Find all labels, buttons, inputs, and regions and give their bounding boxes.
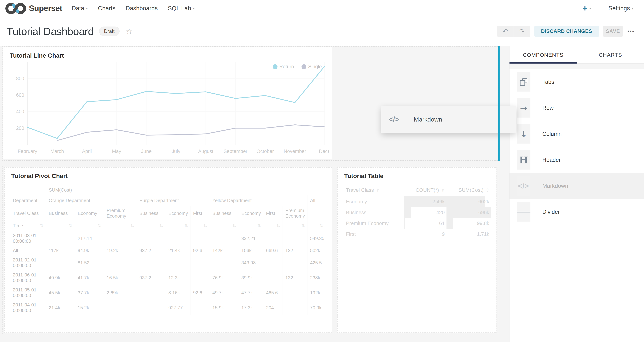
- table-chart-card[interactable]: Tutorial Table Travel Class⇕COUNT(*)⇕SUM…: [337, 168, 496, 333]
- sort-icon[interactable]: ⇅: [160, 223, 163, 228]
- pivot-cell: 17.3k: [239, 300, 264, 315]
- pivot-row-label: 2011-06-01 00:00:00: [10, 270, 46, 285]
- tab-components[interactable]: COMPONENTS: [510, 46, 577, 64]
- sidebar-item-inner: </>Markdown: [517, 176, 568, 196]
- sidebar-item-divider[interactable]: Divider: [510, 199, 644, 225]
- sort-icon[interactable]: ⇅: [98, 223, 102, 228]
- pivot-group-header: Purple Department: [137, 196, 210, 206]
- sort-icon[interactable]: ⇅: [68, 223, 72, 228]
- pivot-sort-cell: ⇅: [137, 221, 166, 231]
- sort-icon[interactable]: ⇕: [441, 188, 445, 193]
- pivot-sort-cell: ⇅: [75, 221, 104, 231]
- pivot-row-label: 2011-02-01 00:00:00: [10, 255, 46, 270]
- settings-menu[interactable]: Settings ▾: [608, 5, 634, 12]
- sidebar-item-header[interactable]: HHeader: [510, 147, 644, 173]
- pivot-sort-cell: ⇅: [239, 221, 264, 231]
- svg-text:June: June: [141, 148, 152, 154]
- table-column-header-travel-class[interactable]: Travel Class⇕: [344, 184, 404, 196]
- pivot-sort-cell: ⇅: [264, 221, 283, 231]
- save-button[interactable]: SAVE: [603, 26, 623, 37]
- pivot-column-header: Business: [46, 206, 75, 221]
- dashboard-row-2[interactable]: Tutorial Pivot Chart SUM(Cost)Department…: [2, 166, 498, 334]
- sidebar-item-column[interactable]: ↓Column: [510, 121, 644, 147]
- pivot-cell: 70.9k: [308, 300, 326, 315]
- sort-icon[interactable]: ⇅: [320, 223, 323, 228]
- pivot-cell: [190, 255, 210, 270]
- sidebar-item-row[interactable]: →Row: [510, 95, 644, 121]
- nav-item-data[interactable]: Data▾: [72, 5, 88, 12]
- pivot-cell: [264, 231, 283, 246]
- pivot-cell: 49.7k: [210, 285, 239, 300]
- nav-item-charts[interactable]: Charts: [98, 5, 115, 12]
- pivot-metric-header: SUM(Cost): [46, 185, 326, 196]
- tabs-icon: [517, 72, 530, 92]
- pivot-cell: [210, 231, 239, 246]
- svg-text:March: March: [50, 148, 64, 154]
- line-chart-card[interactable]: Tutorial Line Chart ReturnSingle 2004006…: [3, 47, 332, 159]
- sidebar-item-markdown[interactable]: </>Markdown: [510, 173, 644, 199]
- column-header-label: SUM(Cost): [458, 187, 483, 193]
- pivot-cell: 204: [264, 300, 283, 315]
- page-title[interactable]: Tutorial Dashboard: [7, 25, 94, 38]
- dashboard-row-1[interactable]: Tutorial Line Chart ReturnSingle 2004006…: [2, 46, 498, 161]
- pivot-column-header: Business: [137, 206, 166, 221]
- sidebar-item-tabs[interactable]: Tabs: [510, 69, 644, 95]
- table-row[interactable]: Premium Economy6199.8k: [344, 218, 491, 229]
- pivot-row-label: 2011-03-01 00:00:00: [10, 231, 46, 246]
- pivot-cell: [137, 231, 166, 246]
- nav-items: Data▾ChartsDashboardsSQL Lab▾: [72, 5, 205, 12]
- table-column-header-count-[interactable]: COUNT(*)⇕: [404, 184, 446, 196]
- sort-icon[interactable]: ⇕: [376, 188, 380, 193]
- superset-logo[interactable]: Superset: [5, 2, 62, 15]
- svg-text:November: November: [284, 148, 306, 154]
- drag-ghost-label: Markdown: [414, 116, 442, 123]
- pivot-sort-cell: ⇅: [166, 221, 190, 231]
- table-row[interactable]: First91.71k: [344, 229, 491, 240]
- pivot-cell: 92.6: [190, 246, 210, 255]
- pivot-cell: 15.9k: [210, 300, 239, 315]
- pivot-cell: 142k: [210, 246, 239, 255]
- plus-icon: +: [582, 4, 588, 13]
- redo-button[interactable]: ↷: [514, 26, 530, 37]
- more-options-button[interactable]: •••: [628, 28, 634, 34]
- header-letter-glyph: H: [519, 154, 528, 166]
- markdown-drag-ghost[interactable]: </> Markdown: [381, 106, 516, 133]
- pivot-row-label: 2011-04-01 00:00:00: [10, 300, 46, 315]
- sort-icon[interactable]: ⇅: [276, 223, 280, 228]
- column-header-label: Travel Class: [346, 187, 374, 193]
- sort-icon[interactable]: ⇅: [203, 223, 207, 228]
- brand-name: Superset: [29, 4, 62, 13]
- sidebar-item-label: Column: [542, 131, 562, 137]
- table-row[interactable]: Economy2.46k602k: [344, 196, 491, 207]
- table-column-header-sum-cost-[interactable]: SUM(Cost)⇕: [446, 184, 491, 196]
- sidebar-item-inner: ↓Column: [517, 124, 562, 144]
- pivot-cell: 937.2: [137, 246, 166, 255]
- pivot-chart-card[interactable]: Tutorial Pivot Chart SUM(Cost)Department…: [4, 168, 332, 333]
- chart-title: Tutorial Table: [338, 168, 496, 180]
- sort-icon[interactable]: ⇅: [184, 223, 188, 228]
- discard-changes-button[interactable]: DISCARD CHANGES: [534, 26, 599, 37]
- main-area: Tutorial Line Chart ReturnSingle 2004006…: [0, 46, 644, 342]
- sort-icon[interactable]: ⇅: [301, 223, 305, 228]
- favorite-star-icon[interactable]: ☆: [126, 27, 133, 36]
- pivot-sort-cell: ⇅: [190, 221, 210, 231]
- pivot-cell: 81.52: [75, 255, 104, 270]
- header-icon: H: [517, 150, 530, 170]
- nav-item-dashboards[interactable]: Dashboards: [126, 5, 158, 12]
- table-row[interactable]: Business420696k: [344, 207, 491, 218]
- undo-button[interactable]: ↶: [497, 26, 514, 37]
- pivot-corner-cell: [10, 185, 46, 196]
- sort-icon[interactable]: ⇅: [40, 223, 44, 228]
- sort-icon[interactable]: ⇅: [257, 223, 261, 228]
- pivot-time-header: Time⇅: [10, 221, 46, 231]
- sort-icon[interactable]: ⇅: [232, 223, 236, 228]
- new-item-button[interactable]: + ▾: [582, 4, 591, 13]
- pivot-table: SUM(Cost)DepartmentOrange DepartmentPurp…: [10, 185, 326, 315]
- nav-item-sql-lab[interactable]: SQL Lab▾: [168, 5, 195, 12]
- pivot-cell: 2.69k: [104, 285, 137, 300]
- pivot-cell: [137, 300, 166, 315]
- sort-icon[interactable]: ⇅: [130, 223, 134, 228]
- pivot-row: 2011-02-01 00:00:0081.52343.98425.5: [10, 255, 326, 270]
- sort-icon[interactable]: ⇕: [486, 188, 489, 193]
- tab-charts[interactable]: CHARTS: [577, 46, 644, 64]
